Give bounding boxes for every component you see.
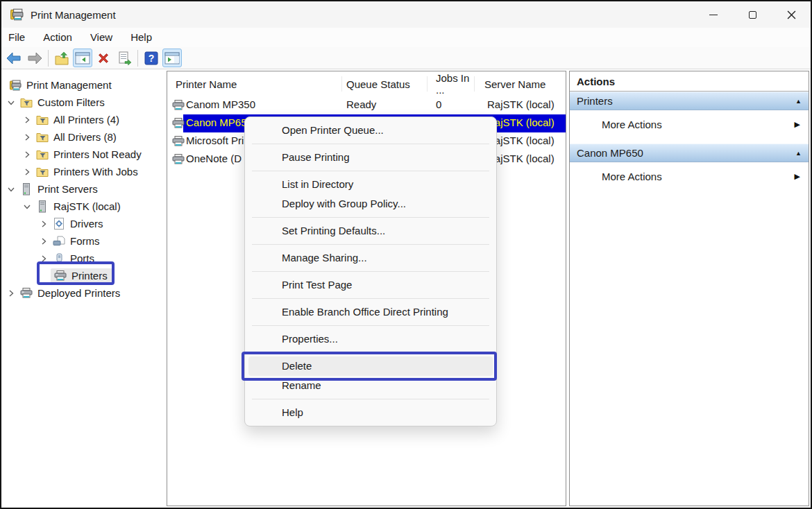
chevron-collapsed-icon[interactable] (4, 288, 18, 299)
help-icon: ? (144, 51, 158, 65)
server-icon (18, 183, 35, 196)
menu-help[interactable]: Help (121, 30, 161, 46)
tree-item-drivers[interactable]: Drivers (1, 215, 167, 232)
filter-folder-icon (34, 167, 51, 177)
column-header-printer-name[interactable]: Printer Name (167, 76, 342, 92)
menu-item-properties[interactable]: Properties... (248, 329, 493, 349)
menu-item-pause-printing[interactable]: Pause Printing (248, 148, 493, 167)
menu-item-list-in-directory[interactable]: List in Directory (248, 175, 493, 194)
menu-separator (252, 144, 489, 144)
toolbar-separator (48, 50, 49, 67)
chevron-collapsed-icon[interactable] (37, 253, 51, 264)
column-header-queue-status[interactable]: Queue Status (342, 76, 428, 92)
chevron-collapsed-icon[interactable] (37, 218, 51, 230)
tree-selection: Printers (51, 268, 115, 283)
more-actions-printers[interactable]: More Actions ▶ (570, 110, 809, 138)
tree-item-label: All Drivers (8) (53, 131, 117, 143)
close-button[interactable] (772, 1, 811, 28)
actions-pane-title: Actions (570, 71, 809, 92)
more-actions-label: More Actions (602, 171, 662, 182)
column-header-jobs-in-queue[interactable]: Jobs In ... (428, 76, 475, 92)
back-button[interactable] (4, 49, 24, 67)
menu-bar: File Action View Help (1, 28, 811, 47)
minimize-button[interactable] (694, 1, 733, 28)
menu-item-rename[interactable]: Rename (248, 376, 493, 395)
tree-item-print-management[interactable]: Print Management (1, 76, 167, 94)
menu-separator (252, 352, 489, 353)
tree-item-printers[interactable]: Printers (1, 267, 167, 284)
chevron-expanded-icon[interactable] (4, 97, 18, 108)
tree-item-printers-not-ready[interactable]: Printers Not Ready (1, 146, 167, 163)
actions-section-header-label: Printers (577, 95, 613, 107)
chevron-collapsed-icon[interactable] (37, 236, 51, 247)
delete-x-icon (96, 51, 110, 65)
menu-item-help[interactable]: Help (248, 403, 493, 422)
toolbar-separator (137, 50, 138, 67)
toolbar: ? (1, 47, 811, 69)
menu-item-enable-branch-office-direct-printing[interactable]: Enable Branch Office Direct Printing (248, 302, 493, 322)
collapse-icon[interactable]: ▲ (795, 150, 802, 157)
maximize-button[interactable] (733, 1, 772, 28)
actions-section-printers: Printers ▲ More Actions ▶ (570, 92, 809, 138)
menu-action[interactable]: Action (34, 30, 81, 46)
show-action-pane-button[interactable] (162, 49, 182, 67)
tree-item-label: Forms (70, 235, 100, 247)
queue-status-cell: Ready (346, 98, 376, 110)
tree-item-all-drivers[interactable]: All Drivers (8) (1, 128, 167, 146)
tree-item-deployed-printers[interactable]: Deployed Printers (1, 284, 167, 302)
actions-section-header-printers[interactable]: Printers ▲ (570, 92, 809, 110)
server-icon (34, 200, 51, 213)
forward-button[interactable] (25, 49, 44, 67)
chevron-collapsed-icon[interactable] (20, 132, 34, 143)
chevron-collapsed-icon[interactable] (20, 114, 34, 126)
menu-item-delete[interactable]: Delete (248, 356, 493, 376)
print-management-icon (7, 80, 24, 91)
tree-item-label: Drivers (70, 218, 103, 230)
menu-separator (252, 171, 489, 171)
help-button[interactable]: ? (142, 49, 161, 67)
printer-icon (172, 136, 185, 148)
tree-item-custom-filters[interactable]: Custom Filters (1, 94, 167, 111)
tree-item-label: Printers (71, 270, 108, 282)
menu-separator (252, 399, 489, 399)
chevron-collapsed-icon[interactable] (20, 166, 34, 178)
printer-name-cell: Canon MP650 (186, 117, 253, 128)
menu-view[interactable]: View (81, 30, 121, 46)
tree-item-rajstk-local[interactable]: RajSTK (local) (1, 198, 167, 215)
back-arrow-icon (6, 52, 22, 64)
tree-item-ports[interactable]: Ports (1, 250, 167, 267)
tree-item-print-servers[interactable]: Print Servers (1, 180, 167, 198)
menu-item-set-printing-defaults[interactable]: Set Printing Defaults... (248, 221, 493, 241)
printer-context-menu: Open Printer Queue... Pause Printing Lis… (244, 117, 497, 426)
more-actions-label: More Actions (602, 119, 662, 130)
server-name-cell: RajSTK (local) (487, 117, 555, 128)
chevron-expanded-icon[interactable] (20, 201, 34, 212)
tree-item-printers-with-jobs[interactable]: Printers With Jobs (1, 163, 167, 180)
tree-item-label: All Printers (4) (53, 114, 119, 126)
tree-item-label: Ports (70, 252, 94, 264)
delete-button[interactable] (94, 49, 113, 67)
tree-item-forms[interactable]: Forms (1, 232, 167, 250)
up-one-level-button[interactable] (52, 49, 71, 67)
chevron-expanded-icon[interactable] (4, 184, 18, 195)
chevron-collapsed-icon[interactable] (20, 149, 34, 160)
tree-item-label: Deployed Printers (37, 287, 120, 299)
more-actions-canon-mp650[interactable]: More Actions ▶ (570, 162, 809, 190)
tree-item-all-printers[interactable]: All Printers (4) (1, 111, 167, 128)
menu-item-print-test-page[interactable]: Print Test Page (248, 275, 493, 295)
show-console-tree-button[interactable] (73, 49, 92, 67)
menu-item-open-printer-queue[interactable]: Open Printer Queue... (248, 121, 493, 140)
actions-pane: Actions Printers ▲ More Actions ▶ Canon … (569, 71, 809, 506)
export-list-button[interactable] (115, 49, 134, 67)
actions-section-header-canon-mp650[interactable]: Canon MP650 ▲ (570, 144, 809, 162)
tree-item-label: Print Servers (37, 183, 98, 195)
menu-item-deploy-with-group-policy[interactable]: Deploy with Group Policy... (248, 194, 493, 214)
tree-item-label: RajSTK (local) (53, 200, 121, 212)
collapse-icon[interactable]: ▲ (795, 98, 802, 105)
minimize-icon (709, 15, 718, 15)
menu-file[interactable]: File (1, 30, 34, 46)
column-header-server-name[interactable]: Server Name (475, 76, 566, 92)
printer-row-canom-mp350[interactable]: Canom MP350 Ready 0 RajSTK (local) (167, 96, 566, 114)
console-tree-pane: Print Management Custom Filters (1, 69, 167, 508)
menu-item-manage-sharing[interactable]: Manage Sharing... (248, 248, 493, 268)
